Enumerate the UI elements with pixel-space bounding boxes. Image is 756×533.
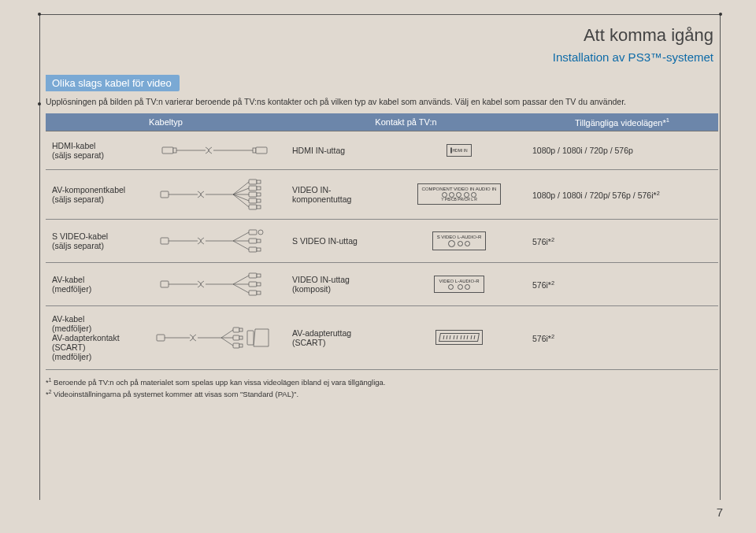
cable-name: AV-kabel <box>52 314 84 324</box>
table-row: AV-komponentkabel (säljs separat) <box>46 169 718 219</box>
table-row: S VIDEO-kabel (säljs separat) <box>46 219 718 262</box>
svg-line-13 <box>233 194 249 207</box>
cable-diagram-composite <box>158 271 276 298</box>
cable-diagram-scart <box>154 324 280 351</box>
svg-rect-33 <box>257 239 261 242</box>
video-modes: 1080p / 1080i / 720p/ 576p / 576i*2 <box>526 169 718 219</box>
svg-rect-22 <box>249 205 257 209</box>
video-modes: 576i*2 <box>526 219 718 262</box>
cable-note-2: (medföljer) <box>52 352 91 361</box>
svg-rect-59 <box>239 344 243 347</box>
svg-rect-5 <box>256 147 267 154</box>
svg-rect-24 <box>161 238 169 244</box>
svg-rect-14 <box>249 180 257 184</box>
video-modes: 1080p / 1080i / 720p / 576p <box>526 131 718 169</box>
table-row: AV-kabel (medföljer) <box>46 262 718 305</box>
cable-note: (säljs separat) <box>52 194 104 204</box>
svg-rect-60 <box>247 331 254 345</box>
svg-rect-15 <box>257 180 261 183</box>
th-kontakt: Kontakt på TV:n <box>286 113 526 131</box>
svg-rect-58 <box>233 343 239 348</box>
svg-line-10 <box>233 188 249 194</box>
connector-name: AV-adapteruttag (SCART) <box>286 305 392 369</box>
svg-rect-34 <box>249 247 257 252</box>
svg-rect-4 <box>253 148 256 153</box>
svg-rect-21 <box>257 199 261 202</box>
svg-rect-57 <box>239 336 243 339</box>
connector-name: VIDEO IN-komponentuttag <box>286 169 392 219</box>
component-port-icon: COMPONENT VIDEO IN AUDIO IN Y PB/CB PR/C… <box>417 183 502 205</box>
content-area: Att komma igång Installation av PS3™-sys… <box>43 25 721 401</box>
svg-rect-55 <box>239 328 243 331</box>
svg-rect-17 <box>257 187 261 190</box>
cable-name-2: AV-adapterkontakt (SCART) <box>52 333 120 352</box>
svg-rect-32 <box>249 239 257 243</box>
svg-line-12 <box>233 194 249 201</box>
cable-note: (säljs separat) <box>52 241 104 250</box>
svg-line-39 <box>233 276 249 284</box>
svg-rect-23 <box>257 205 261 209</box>
svg-rect-35 <box>257 248 261 251</box>
cable-note: (medföljer) <box>52 324 91 333</box>
svg-rect-45 <box>257 283 261 286</box>
svg-rect-43 <box>257 274 261 277</box>
svg-line-27 <box>233 232 249 241</box>
cable-note: (medföljer) <box>52 284 91 294</box>
table-row: AV-kabel (medföljer) AV-adapterkontakt (… <box>46 305 718 369</box>
cable-diagram-hdmi <box>158 139 276 161</box>
svg-rect-46 <box>249 291 257 295</box>
svg-line-51 <box>221 330 233 338</box>
svg-line-53 <box>221 338 233 346</box>
footnote-1: *1 Beroende på TV:n och på materialet so… <box>46 376 718 388</box>
cable-table: Kabeltyp Kontakt på TV:n Tillgängliga vi… <box>46 113 718 370</box>
hdmi-port-icon: HDMI IN <box>447 144 471 157</box>
svg-line-9 <box>233 182 249 194</box>
svg-rect-0 <box>162 147 173 154</box>
svg-rect-6 <box>161 191 169 198</box>
cable-name: AV-komponentkabel <box>52 185 125 194</box>
rule-left <box>39 14 40 500</box>
table-row: HDMI-kabel (säljs separat) HDMI <box>46 131 718 169</box>
svg-rect-36 <box>161 281 169 287</box>
svg-rect-1 <box>173 148 176 153</box>
video-modes: 576i*2 <box>526 262 718 305</box>
cable-name: HDMI-kabel <box>52 141 95 150</box>
corner-dot <box>38 13 41 16</box>
svg-rect-42 <box>249 273 257 278</box>
cable-diagram-svideo <box>158 228 276 254</box>
connector-name: VIDEO IN-uttag (komposit) <box>286 262 392 305</box>
scart-port-icon <box>435 330 483 345</box>
cable-name: AV-kabel <box>52 275 84 284</box>
page-subtitle: Installation av PS3™-systemet <box>46 50 718 64</box>
svg-rect-56 <box>233 335 239 340</box>
footnote-2: *2 Videoinställningarna på systemet komm… <box>46 388 718 400</box>
svg-rect-44 <box>249 282 257 287</box>
th-kabeltyp: Kabeltyp <box>46 113 286 131</box>
connector-name: S VIDEO IN-uttag <box>286 219 392 262</box>
rule-top <box>39 14 721 15</box>
svg-rect-48 <box>157 335 165 341</box>
corner-dot <box>719 13 722 16</box>
cable-note: (säljs separat) <box>52 150 104 160</box>
svg-line-41 <box>233 284 249 293</box>
svg-rect-54 <box>233 328 239 332</box>
svg-rect-18 <box>249 192 257 197</box>
video-modes: 576i*2 <box>526 305 718 369</box>
svg-rect-20 <box>249 198 257 203</box>
svg-point-31 <box>258 230 263 235</box>
composite-port-icon: VIDEO L-AUDIO-R <box>434 276 484 293</box>
intro-paragraph: Upplösningen på bilden på TV:n varierar … <box>46 96 699 107</box>
cable-name: S VIDEO-kabel <box>52 231 108 241</box>
svg-rect-16 <box>249 186 257 191</box>
svg-rect-30 <box>249 230 257 235</box>
connector-name: HDMI IN-uttag <box>286 131 392 169</box>
footnotes: *1 Beroende på TV:n och på materialet so… <box>46 376 718 401</box>
cable-diagram-component <box>158 178 276 211</box>
section-heading: Olika slags kabel för video <box>46 75 180 91</box>
svideo-port-icon: S VIDEO L-AUDIO-R <box>432 231 487 250</box>
th-modes: Tillgängliga videolägen*1 <box>526 113 718 131</box>
svg-rect-19 <box>257 193 261 196</box>
svg-line-29 <box>233 241 249 250</box>
section-dot <box>38 102 41 105</box>
page-number: 7 <box>717 505 723 519</box>
